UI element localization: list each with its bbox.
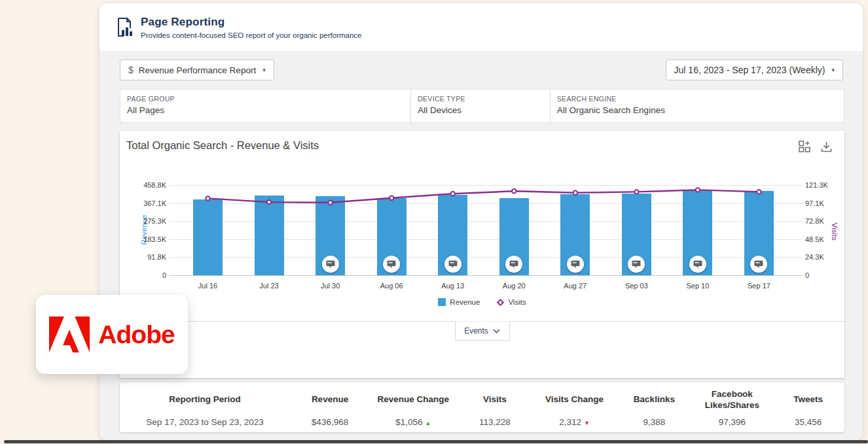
left-axis-tick: 458.8K [143, 181, 166, 189]
table-cell-value: 35,456 [795, 417, 822, 427]
table-cell-value: 113,228 [479, 417, 511, 427]
filter-label: DEVICE TYPE [418, 95, 550, 103]
table-column-header: Tweets [772, 394, 844, 405]
left-axis-tick: 367.1K [143, 199, 166, 207]
filter-page-group[interactable]: PAGE GROUP All Pages [120, 90, 410, 122]
table-column-header: Reporting Period [120, 394, 290, 405]
header-text: Page Reporting Provides content-focused … [141, 16, 362, 39]
table-cell: 35,456 [772, 417, 844, 427]
legend-item-visits[interactable]: Visits [497, 298, 526, 306]
chevron-down-icon [493, 329, 500, 333]
chart-card-actions [799, 141, 833, 153]
visits-point[interactable] [389, 196, 393, 200]
x-axis-label: Sep 03 [625, 282, 648, 290]
table-cell: $436,968 [290, 417, 370, 427]
summary-table-row: Sep 17, 2023 to Sep 23, 2023$436,968$1,0… [120, 417, 844, 427]
add-to-dashboard-icon[interactable] [799, 141, 811, 153]
filter-label: SEARCH ENGINE [557, 95, 844, 103]
visits-point[interactable] [206, 196, 209, 200]
table-column-header: Backlinks [616, 394, 692, 405]
x-axis-label: Aug 13 [441, 282, 464, 290]
table-column-header: Revenue Change [370, 394, 457, 405]
organic-search-chart-card: Total Organic Search - Revenue & Visits … [120, 131, 844, 378]
event-annotation-icon[interactable] [383, 256, 400, 273]
adobe-logo-card: Adobe [36, 295, 188, 374]
table-cell-value: $1,056 [395, 417, 422, 427]
window-bottom-edge [4, 440, 868, 443]
events-toggle-button[interactable]: Events [455, 321, 510, 341]
decrease-arrow-icon: ▼ [584, 420, 590, 426]
controls-row: $ Revenue Performance Report ▾ Jul 16, 2… [120, 60, 843, 80]
right-axis-tick: 121.3K [805, 181, 828, 189]
visits-point[interactable] [451, 192, 455, 196]
right-axis-tick: 48.5K [805, 235, 824, 243]
table-cell: $1,056▲ [370, 417, 457, 427]
page-title: Page Reporting [141, 16, 362, 29]
left-axis-tick: 91.8K [147, 253, 166, 261]
table-column-header: Visits Change [533, 394, 616, 405]
page-reporting-window: Page Reporting Provides content-focused … [99, 3, 863, 440]
summary-table-card: Reporting PeriodRevenueRevenue ChangeVis… [120, 383, 844, 432]
chart-plot: Revenue Visits 458.8K121.3K367.1K97.1K27… [175, 185, 796, 275]
report-document-icon [115, 17, 134, 38]
chart-legend: RevenueVisits [120, 298, 844, 306]
download-icon[interactable] [820, 141, 833, 153]
table-cell-value: 9,388 [643, 417, 665, 427]
chart-title: Total Organic Search - Revenue & Visits [126, 139, 319, 152]
table-cell-value: $436,968 [312, 417, 348, 427]
adobe-logo-icon [49, 316, 90, 352]
report-selector-dropdown[interactable]: $ Revenue Performance Report ▾ [120, 60, 274, 80]
right-axis-tick: 97.1K [805, 199, 824, 207]
summary-table-header: Reporting PeriodRevenueRevenue ChangeVis… [120, 389, 844, 411]
revenue-swatch-icon [438, 298, 446, 306]
visits-point[interactable] [634, 190, 638, 194]
table-column-header: Visits [457, 394, 533, 405]
table-column-header: Facebook Likes/Shares [693, 389, 772, 411]
filter-value: All Devices [418, 105, 550, 115]
table-cell: Sep 17, 2023 to Sep 23, 2023 [120, 417, 290, 427]
chevron-down-icon: ▾ [262, 67, 266, 73]
table-cell-value: 2,312 [559, 417, 581, 427]
left-axis-tick: 0 [162, 271, 166, 279]
right-axis-tick: 72.8K [805, 217, 824, 225]
gridline [169, 275, 803, 276]
report-selector-label: Revenue Performance Report [139, 65, 256, 75]
table-column-header: Revenue [290, 394, 370, 405]
x-axis-label: Jul 23 [259, 282, 278, 290]
increase-arrow-icon: ▲ [425, 420, 431, 426]
legend-label: Visits [508, 298, 526, 306]
filter-device-type[interactable]: DEVICE TYPE All Devices [410, 90, 550, 122]
table-cell: 9,388 [616, 417, 692, 427]
x-axis-label: Aug 20 [503, 282, 526, 290]
table-cell: 113,228 [457, 417, 533, 427]
page-subtitle: Provides content-focused SEO report of y… [141, 31, 362, 39]
right-axis-tick: 0 [805, 271, 809, 279]
filter-label: PAGE GROUP [127, 95, 410, 103]
report-body: $ Revenue Performance Report ▾ Jul 16, 2… [99, 51, 863, 440]
visits-point[interactable] [696, 188, 700, 192]
visits-point[interactable] [757, 190, 761, 194]
left-axis-tick: 275.3K [143, 217, 166, 225]
legend-item-revenue[interactable]: Revenue [438, 298, 480, 306]
date-range-selector[interactable]: Jul 16, 2023 - Sep 17, 2023 (Weekly) ▾ [666, 60, 843, 80]
date-range-label: Jul 16, 2023 - Sep 17, 2023 (Weekly) [674, 65, 825, 75]
chevron-down-icon: ▾ [831, 67, 835, 73]
events-button-label: Events [464, 326, 488, 335]
visits-point[interactable] [328, 201, 332, 205]
event-annotation-icon[interactable] [567, 256, 584, 273]
x-axis-label: Sep 17 [748, 282, 770, 290]
event-annotation-icon[interactable] [322, 256, 339, 273]
app-header: Page Reporting Provides content-focused … [99, 3, 863, 51]
visits-point[interactable] [512, 189, 516, 193]
event-annotation-icon[interactable] [689, 256, 706, 273]
visits-marker-icon [497, 299, 504, 306]
event-annotation-icon[interactable] [444, 256, 461, 273]
visits-point[interactable] [267, 200, 271, 204]
filter-value: All Pages [127, 105, 410, 115]
legend-label: Revenue [450, 298, 480, 306]
filter-value: All Organic Search Engines [557, 105, 844, 115]
filter-search-engine[interactable]: SEARCH ENGINE All Organic Search Engines [550, 90, 844, 122]
x-axis-label: Jul 30 [321, 282, 340, 290]
filter-strip: PAGE GROUP All Pages DEVICE TYPE All Dev… [120, 89, 844, 123]
visits-point[interactable] [573, 191, 577, 195]
